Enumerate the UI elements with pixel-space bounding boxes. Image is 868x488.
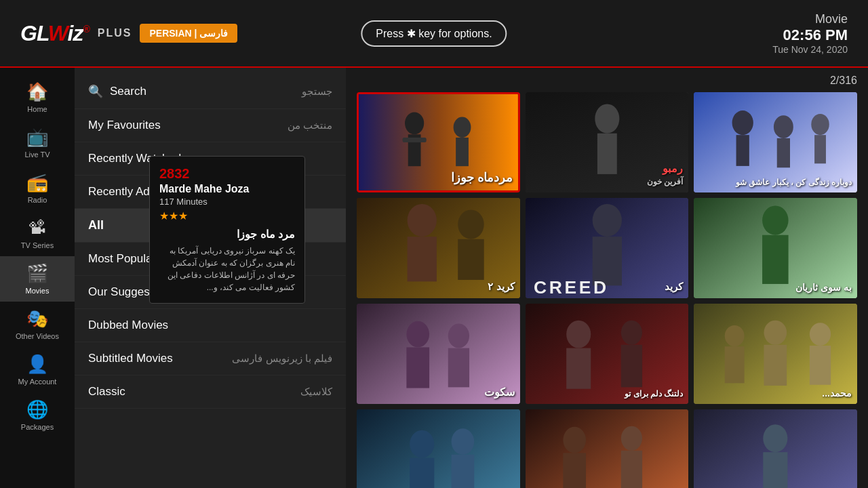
svg-rect-27 xyxy=(762,235,789,284)
sidebar-item-radio[interactable]: 📻 Radio xyxy=(0,165,75,211)
svg-rect-11 xyxy=(736,135,749,166)
movie-card-11[interactable] xyxy=(526,409,689,488)
tooltip-title: Marde Mahe Joza xyxy=(159,183,295,195)
svg-rect-37 xyxy=(620,345,642,388)
sidebar-item-othervideos[interactable]: 🎭 Other Videos xyxy=(0,302,75,347)
subtitled-fa: فیلم با زیرنویس فارسی xyxy=(232,352,332,365)
subtitled-label: Subtitled Movies xyxy=(88,352,173,365)
header: GLWiz® PLUS PERSIAN | فارسی Press ✱ key … xyxy=(0,0,868,68)
sidebar-item-packages[interactable]: 🌐 Packages xyxy=(0,392,75,438)
svg-point-43 xyxy=(810,323,831,346)
svg-point-19 xyxy=(458,209,484,239)
favourites-fa: منتخب من xyxy=(288,119,332,131)
svg-point-14 xyxy=(812,114,829,135)
menu-panel: 🔍 Search جستجو My Favourites منتخب من Re… xyxy=(75,68,346,488)
svg-point-41 xyxy=(764,321,787,345)
svg-rect-30 xyxy=(406,347,429,388)
header-section: Movie xyxy=(772,12,848,26)
movie-card-5[interactable]: CREED کرید xyxy=(526,198,689,298)
sidebar-label-packages: Packages xyxy=(21,423,54,431)
svg-rect-44 xyxy=(810,346,831,385)
sidebar-item-livetv[interactable]: 📺 Live TV xyxy=(0,120,75,165)
movies-icon: 🎬 xyxy=(26,263,48,284)
dubbed-label: Dubbed Movies xyxy=(88,319,168,332)
all-label: All xyxy=(88,218,104,232)
sidebar-item-movies[interactable]: 🎬 Movies xyxy=(0,256,75,302)
svg-rect-32 xyxy=(448,348,469,388)
svg-point-4 xyxy=(454,117,471,138)
svg-point-22 xyxy=(592,204,621,237)
movie-title-6: به سوی ثاریان xyxy=(699,282,852,293)
menu-subtitled[interactable]: Subtitled Movies فیلم با زیرنویس فارسی xyxy=(75,342,346,375)
svg-point-17 xyxy=(408,204,437,237)
movie-card-12[interactable]: موش گیر xyxy=(694,409,857,488)
menu-search[interactable]: 🔍 Search جستجو xyxy=(75,75,346,109)
sidebar-label-radio: Radio xyxy=(28,196,47,204)
sidebar-label-account: My Account xyxy=(18,378,57,386)
svg-point-1 xyxy=(405,112,424,134)
sidebar-item-home[interactable]: 🏠 Home xyxy=(0,75,75,120)
most-popular-label: Most Popular xyxy=(88,252,156,266)
svg-rect-49 xyxy=(452,455,475,488)
svg-point-48 xyxy=(452,428,475,455)
svg-point-56 xyxy=(764,424,788,452)
svg-rect-42 xyxy=(764,345,787,386)
main-content: 🏠 Home 📺 Live TV 📻 Radio 📽 TV Series 🎬 M… xyxy=(0,68,868,488)
tooltip-stars: ★★★ xyxy=(159,209,295,222)
movie-card-2[interactable]: رمبوآفرین خون xyxy=(526,92,689,192)
favourites-label: My Favourites xyxy=(88,119,161,132)
movie-card-1[interactable]: مردماه جوزا xyxy=(357,92,520,192)
movie-card-4[interactable]: کرید ۲ xyxy=(357,198,520,298)
sidebar-label-home: Home xyxy=(27,105,47,113)
movie-title-2: رمبوآفرین خون xyxy=(531,162,684,187)
header-center: Press ✱ key for options. xyxy=(361,20,507,47)
tooltip-description: یک کهنه سرباز نیروی دریایی آمریکا به نام… xyxy=(159,245,295,293)
svg-point-34 xyxy=(566,321,591,348)
search-fa: جستجو xyxy=(302,85,332,98)
svg-rect-40 xyxy=(725,346,745,383)
svg-point-53 xyxy=(620,426,642,451)
classic-label: Classic xyxy=(88,385,125,399)
movie-title-4: کرید ۲ xyxy=(362,281,515,293)
content-header: 2/316 xyxy=(357,75,857,87)
svg-point-31 xyxy=(448,323,469,348)
movie-card-3[interactable]: دوباره زندگی کن ، یکبار عاشق شو xyxy=(694,92,857,192)
svg-rect-5 xyxy=(456,138,469,166)
movie-card-6[interactable]: به سوی ثاریان xyxy=(694,198,857,298)
home-icon: 🏠 xyxy=(26,81,48,102)
sidebar-label-livetv: Live TV xyxy=(24,150,50,159)
movie-card-8[interactable]: دلتنگ دلم برای تو xyxy=(526,304,689,404)
classic-fa: کلاسیک xyxy=(300,386,332,398)
search-label: Search xyxy=(110,85,146,98)
header-date: Tue Nov 24, 2020 xyxy=(772,44,848,55)
movie-card-7[interactable]: سکوت xyxy=(357,304,520,404)
header-right: Movie 02:56 PM Tue Nov 24, 2020 xyxy=(772,12,848,55)
svg-point-10 xyxy=(732,110,753,135)
tooltip-title-fa: مرد ماه جوزا xyxy=(159,228,295,241)
menu-favourites[interactable]: My Favourites منتخب من xyxy=(75,109,346,142)
sidebar: 🏠 Home 📺 Live TV 📻 Radio 📽 TV Series 🎬 M… xyxy=(0,68,75,488)
svg-rect-18 xyxy=(408,237,437,281)
sidebar-item-tvseries[interactable]: 📽 TV Series xyxy=(0,211,75,256)
menu-classic[interactable]: Classic کلاسیک xyxy=(75,375,346,409)
livetv-icon: 📺 xyxy=(26,127,48,148)
movie-title-1: مردماه جوزا xyxy=(364,170,513,185)
movie-title-9: محمد... xyxy=(699,388,852,399)
svg-point-51 xyxy=(563,427,586,453)
svg-point-7 xyxy=(595,104,619,133)
svg-point-12 xyxy=(774,115,793,138)
sidebar-label-movies: Movies xyxy=(26,287,50,295)
svg-rect-54 xyxy=(620,451,642,488)
movie-title-3: دوباره زندگی کن ، یکبار عاشق شو xyxy=(699,178,852,187)
movie-card-9[interactable]: محمد... xyxy=(694,304,857,404)
sidebar-item-account[interactable]: 👤 My Account xyxy=(0,347,75,392)
language-badge[interactable]: PERSIAN | فارسی xyxy=(140,24,237,43)
menu-dubbed[interactable]: Dubbed Movies xyxy=(75,309,346,342)
movie-card-10[interactable]: حق xyxy=(357,409,520,488)
svg-rect-20 xyxy=(458,239,484,280)
tvseries-icon: 📽 xyxy=(28,218,46,239)
movie-title-7: سکوت xyxy=(362,386,515,399)
svg-rect-45 xyxy=(357,409,520,488)
logo: GLWiz® xyxy=(20,21,90,46)
svg-rect-13 xyxy=(777,138,790,167)
